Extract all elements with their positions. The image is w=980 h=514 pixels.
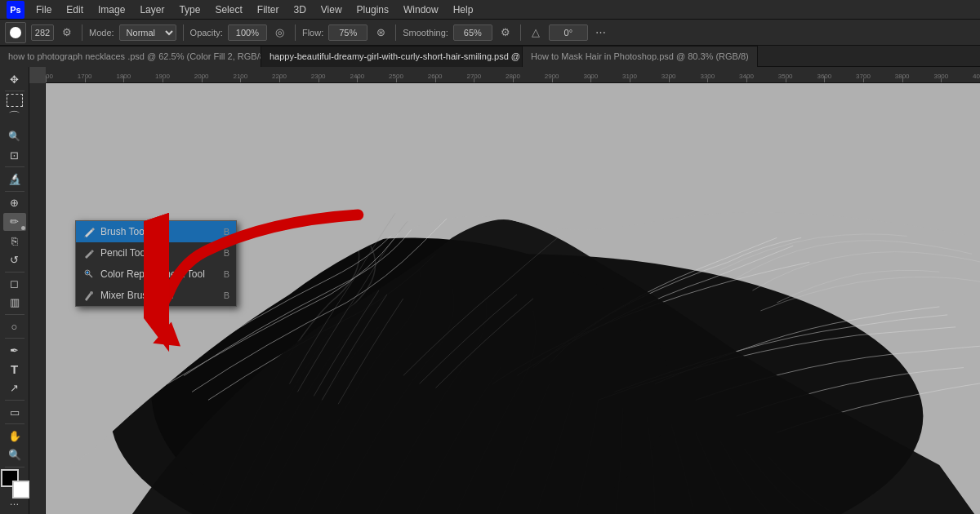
color-replace-tool-icon: [82, 268, 96, 281]
opacity-value[interactable]: 100%: [228, 24, 267, 41]
tab-1-label: happy-beautiful-dreamy-girl-with-curly-s…: [270, 51, 523, 61]
left-toolbar: ✥ ⌒ 🔍 ⊡ 🔬 ⊕ ✏ ⎘ ↺ ◻ ▥ ○ ✒: [0, 67, 29, 514]
ruler-left: [29, 83, 46, 514]
divider-2: [183, 24, 184, 41]
angle-icon: △: [528, 24, 544, 41]
menu-select[interactable]: Select: [208, 2, 248, 17]
menu-image[interactable]: Image: [91, 2, 131, 17]
tool-blur[interactable]: ○: [3, 317, 26, 335]
tool-gradient[interactable]: ▥: [3, 294, 26, 312]
pencil-tool-shortcut: B: [224, 248, 229, 258]
opacity-icon[interactable]: ◎: [272, 24, 288, 41]
smoothing-value[interactable]: 65%: [453, 24, 492, 41]
tool-type[interactable]: T: [3, 360, 26, 378]
menu-file[interactable]: File: [29, 2, 58, 17]
tabs-bar: how to photograph necklaces .psd @ 62.5%…: [0, 46, 980, 67]
menu-3d[interactable]: 3D: [287, 2, 312, 17]
menu-plugins[interactable]: Plugins: [350, 2, 395, 17]
brush-tool-label: Brush Tool: [100, 226, 219, 237]
tool-crop[interactable]: ⊡: [3, 146, 26, 164]
flow-icon[interactable]: ⊛: [372, 24, 389, 41]
app-logo: Ps: [7, 1, 24, 19]
ruler-top: 1600170018001900200021002200230024002500…: [46, 67, 980, 83]
tab-0-label: how to photograph necklaces .psd @ 62.5%…: [8, 51, 261, 61]
pencil-tool-icon: [82, 246, 96, 259]
tool-path-selection[interactable]: ↗: [3, 379, 26, 397]
extra-options-icon[interactable]: ⋯: [593, 24, 609, 41]
tool-lasso[interactable]: ⌒: [3, 108, 26, 126]
menu-window[interactable]: Window: [397, 2, 445, 17]
tab-0[interactable]: how to photograph necklaces .psd @ 62.5%…: [0, 46, 261, 67]
opacity-label: Opacity:: [190, 28, 223, 38]
toolbar-separator-5: [5, 314, 24, 315]
tool-zoom[interactable]: 🔍: [3, 445, 26, 463]
angle-value[interactable]: 0°: [549, 24, 588, 41]
tool-rectangular-marquee[interactable]: [7, 94, 23, 107]
tool-hand[interactable]: ✋: [3, 427, 26, 445]
tab-2-label: How to Mask Hair in Photoshop.psd @ 80.3…: [531, 51, 749, 61]
ruler-top-content: 1600170018001900200021002200230024002500…: [46, 67, 980, 82]
tool-eraser[interactable]: ◻: [3, 275, 26, 293]
context-menu-item-color-replace[interactable]: Color Replacement Tool B: [76, 264, 236, 285]
toolbar-separator-4: [5, 272, 24, 273]
tool-clone-stamp[interactable]: ⎘: [3, 232, 26, 250]
menu-layer[interactable]: Layer: [133, 2, 171, 17]
tool-extra[interactable]: …: [3, 493, 26, 511]
pencil-tool-label: Pencil Tool: [100, 247, 219, 259]
toolbar-separator-9: [5, 467, 24, 467]
tool-quick-select[interactable]: 🔍: [3, 127, 26, 145]
menu-view[interactable]: View: [314, 2, 349, 17]
tool-rectangle[interactable]: ▭: [3, 403, 26, 421]
menu-help[interactable]: Help: [447, 2, 480, 17]
tool-pen[interactable]: ✒: [3, 341, 26, 359]
tool-move[interactable]: ✥: [3, 70, 26, 88]
color-replace-label: Color Replacement Tool: [100, 268, 219, 280]
context-menu-item-brush[interactable]: Brush Tool B: [76, 221, 236, 242]
divider-1: [82, 24, 82, 41]
options-bar: 282 ⚙ Mode: Normal Opacity: 100% ◎ Flow:…: [0, 20, 980, 46]
toolbar-separator-7: [5, 400, 24, 401]
brush-tool-shortcut: B: [224, 227, 229, 237]
menu-edit[interactable]: Edit: [60, 2, 90, 17]
tool-eyedropper[interactable]: 🔬: [3, 170, 26, 188]
tool-history-brush[interactable]: ↺: [3, 250, 26, 268]
brush-preview-circle: [10, 27, 21, 38]
mixer-brush-label: Mixer Brush Tool: [100, 290, 219, 301]
toolbar-separator-8: [5, 423, 24, 424]
menu-filter[interactable]: Filter: [251, 2, 286, 17]
mixer-brush-tool-icon: [82, 289, 96, 302]
canvas-content[interactable]: Brush Tool B Pencil Tool B: [46, 83, 980, 514]
divider-5: [520, 24, 521, 41]
svg-point-4: [87, 272, 89, 274]
context-menu-item-mixer-brush[interactable]: Mixer Brush Tool B: [76, 285, 236, 306]
brush-settings-icon[interactable]: ⚙: [59, 24, 75, 41]
mode-dropdown[interactable]: Normal: [119, 24, 176, 41]
context-menu-item-pencil[interactable]: Pencil Tool B: [76, 242, 236, 264]
menu-type[interactable]: Type: [172, 2, 207, 17]
brush-preview[interactable]: [5, 22, 26, 43]
divider-4: [395, 24, 396, 41]
toolbar-separator-1: [5, 91, 24, 91]
divider-3: [295, 24, 296, 41]
flow-value[interactable]: 75%: [328, 24, 368, 41]
mixer-brush-shortcut: B: [224, 290, 229, 300]
color-replace-shortcut: B: [224, 269, 229, 279]
svg-point-5: [90, 291, 93, 295]
canvas-area[interactable]: 1600170018001900200021002200230024002500…: [29, 67, 980, 514]
tab-2[interactable]: How to Mask Hair in Photoshop.psd @ 80.3…: [523, 46, 758, 67]
tab-1[interactable]: happy-beautiful-dreamy-girl-with-curly-s…: [261, 46, 523, 67]
tool-healing[interactable]: ⊕: [3, 193, 26, 211]
tool-brush[interactable]: ✏: [3, 213, 26, 231]
brush-size[interactable]: 282: [31, 24, 54, 41]
toolbar-separator-3: [5, 191, 24, 192]
smoothing-label: Smoothing:: [403, 28, 448, 38]
smoothing-settings-icon[interactable]: ⚙: [497, 24, 514, 41]
brush-tool-icon: [82, 225, 96, 238]
toolbar-separator-6: [5, 338, 24, 339]
color-swatches[interactable]: [1, 469, 29, 491]
workspace: ✥ ⌒ 🔍 ⊡ 🔬 ⊕ ✏ ⎘ ↺ ◻ ▥ ○ ✒: [0, 67, 980, 514]
flow-label: Flow:: [302, 28, 323, 38]
context-menu: Brush Tool B Pencil Tool B: [75, 220, 237, 307]
menu-bar: Ps File Edit Image Layer Type Select Fil…: [0, 0, 980, 20]
mode-label: Mode:: [89, 28, 114, 38]
